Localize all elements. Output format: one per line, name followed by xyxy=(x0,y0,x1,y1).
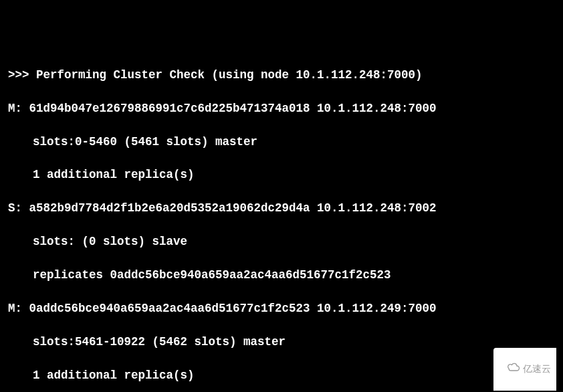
node-slots-line: slots: (0 slots) slave xyxy=(0,233,563,250)
watermark-text: 亿速云 xyxy=(523,363,551,376)
node-extra-line: replicates 0addc56bce940a659aa2ac4aa6d51… xyxy=(0,267,563,284)
node-extra-line: 1 additional replica(s) xyxy=(0,167,563,183)
node-role-line: M: 0addc56bce940a659aa2ac4aa6d51677c1f2c… xyxy=(0,300,563,317)
node-slots-line: slots:5461-10922 (5462 slots) master xyxy=(0,334,563,351)
cloud-icon xyxy=(496,349,520,389)
node-extra-line: 1 additional replica(s) xyxy=(0,367,563,384)
cluster-check-header: >>> Performing Cluster Check (using node… xyxy=(0,67,563,84)
node-role-line: M: 61d94b047e12679886991c7c6d225b471374a… xyxy=(0,100,563,117)
node-role-line: S: a582b9d7784d2f1b2e6a20d5352a19062dc29… xyxy=(0,200,563,217)
watermark-badge: 亿速云 xyxy=(493,348,556,391)
node-slots-line: slots:0-5460 (5461 slots) master xyxy=(0,134,563,151)
